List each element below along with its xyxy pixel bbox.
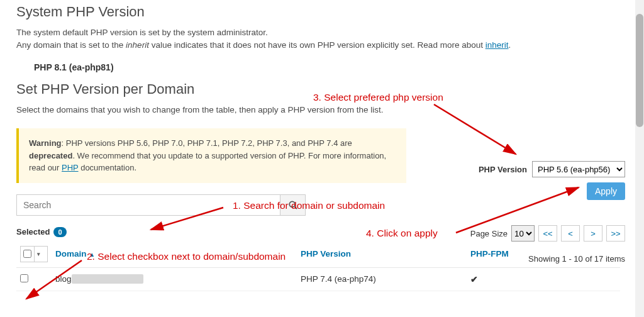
set-php-desc: Select the domains that you wish to chan…	[16, 105, 628, 114]
phpversion-label: PHP Version	[479, 165, 527, 174]
showing-text: Showing 1 - 10 of 17 items	[528, 254, 625, 264]
row-checkbox[interactable]	[20, 274, 28, 282]
col-phpversion[interactable]: PHP Version	[297, 241, 467, 268]
set-php-title: Set PHP Version per Domain	[16, 81, 628, 97]
system-desc-2: Any domain that is set to the inherit va…	[16, 39, 628, 52]
select-all-checkbox[interactable]	[23, 250, 31, 258]
svg-point-0	[289, 201, 295, 207]
chevron-down-icon[interactable]: ▾	[34, 247, 43, 262]
scrollbar-track[interactable]	[635, 0, 644, 317]
phpversion-select[interactable]: PHP 5.6 (ea-php56)	[532, 161, 625, 177]
warning-box: Warning: PHP versions PHP 5.6, PHP 7.0, …	[16, 128, 406, 183]
page-next-button[interactable]: >	[584, 225, 602, 242]
page-last-button[interactable]: >>	[606, 225, 625, 242]
table-row: blogxxxxxxxxxxxxxxxxx PHP 7.4 (ea-php74)…	[16, 267, 620, 291]
php-doc-link[interactable]: PHP	[62, 163, 79, 172]
system-desc-1: The system default PHP version is set by…	[16, 26, 628, 39]
apply-button[interactable]: Apply	[587, 182, 625, 200]
svg-line-1	[294, 206, 297, 209]
search-button[interactable]	[280, 194, 306, 216]
domain-table: ▾ Domain ▲ PHP Version PHP-FPM blogxxxxx…	[16, 241, 620, 291]
col-domain[interactable]: Domain ▲	[52, 241, 297, 268]
scrollbar-thumb[interactable]	[636, 14, 643, 127]
selected-label: Selected	[16, 227, 50, 236]
page-first-button[interactable]: <<	[538, 225, 557, 242]
select-all-control[interactable]: ▾	[20, 246, 48, 262]
search-input[interactable]	[16, 194, 280, 216]
search-icon	[289, 201, 297, 209]
pagesize-label: Page Size	[470, 229, 508, 238]
system-php-title: System PHP Version	[16, 4, 628, 20]
current-php-version: PHP 8.1 (ea-php81)	[34, 62, 628, 72]
inherit-link[interactable]: inherit	[486, 40, 509, 50]
check-icon: ✔	[470, 275, 478, 284]
row-domain: blogxxxxxxxxxxxxxxxxx	[52, 267, 297, 291]
row-phpfpm: ✔	[467, 267, 620, 291]
sort-asc-icon: ▲	[89, 251, 95, 258]
pagesize-select[interactable]: 10	[511, 225, 535, 242]
selected-count-badge: 0	[53, 227, 66, 237]
page-prev-button[interactable]: <	[561, 225, 580, 242]
row-phpversion: PHP 7.4 (ea-php74)	[297, 267, 467, 291]
